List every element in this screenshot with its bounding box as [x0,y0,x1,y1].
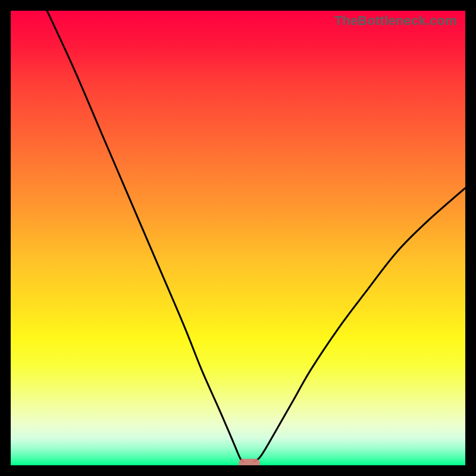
frame: TheBottleneck.com [0,0,476,476]
bottleneck-curve [11,11,465,465]
minimum-marker [239,459,260,465]
curve-left-branch [47,11,243,462]
curve-right-branch [254,188,465,462]
gradient-plot-area: TheBottleneck.com [11,11,465,465]
